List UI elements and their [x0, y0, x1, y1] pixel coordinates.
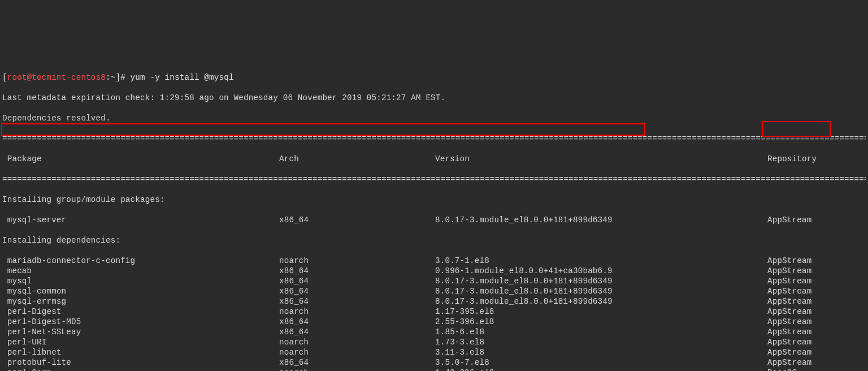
cell-repository: AppStream: [767, 266, 811, 276]
cell-package: perl-Digest: [2, 307, 279, 317]
col-header-package: Package: [2, 154, 279, 164]
cell-repository: AppStream: [767, 327, 811, 337]
cell-arch: noarch: [279, 347, 435, 357]
section-header: Installing dependencies:: [2, 235, 866, 245]
cell-repository: AppStream: [767, 317, 811, 327]
output-line: Last metadata expiration check: 1:29:58 …: [2, 93, 866, 103]
cell-arch: noarch: [279, 368, 435, 371]
table-row: perl-Net-SSLeayx86_641.85-6.el8AppStream: [2, 327, 866, 337]
table-row: mecabx86_640.996-1.module_el8.0.0+41+ca3…: [2, 266, 866, 276]
cell-repository: AppStream: [767, 357, 811, 368]
cell-arch: x86_64: [279, 215, 435, 225]
cell-arch: x86_64: [279, 327, 435, 337]
prompt-user: root: [7, 73, 27, 82]
prompt-path: :~: [106, 73, 115, 82]
col-header-arch: Arch: [279, 154, 435, 164]
cell-package: mysql: [2, 276, 279, 286]
col-header-version: Version: [435, 154, 767, 164]
table-row: perl-Digest-MD5x86_642.55-396.el8AppStre…: [2, 317, 866, 327]
cell-arch: noarch: [279, 337, 435, 347]
cell-repository: BaseOS: [767, 368, 797, 371]
cell-arch: x86_64: [279, 266, 435, 276]
cell-package: protobuf-lite: [2, 357, 279, 368]
prompt-at: @: [27, 73, 32, 82]
table-row: perl-Digestnoarch1.17-395.el8AppStream: [2, 307, 866, 317]
cell-version: 8.0.17-3.module_el8.0.0+181+899d6349: [435, 215, 767, 225]
table-row: mysql-serverx86_648.0.17-3.module_el8.0.…: [2, 215, 866, 225]
table-row: mysqlx86_648.0.17-3.module_el8.0.0+181+8…: [2, 276, 866, 286]
prompt-end: ]#: [115, 73, 125, 82]
cell-arch: x86_64: [279, 276, 435, 286]
cell-package: mecab: [2, 266, 279, 276]
cell-arch: noarch: [279, 256, 435, 266]
cell-arch: x86_64: [279, 296, 435, 307]
prompt-host: tecmint-centos8: [32, 73, 106, 82]
cell-version: 1.42-396.el8: [435, 368, 767, 371]
table-row: mariadb-connector-c-confignoarch3.0.7-1.…: [2, 256, 866, 266]
table-header-row: PackageArchVersionRepository: [2, 154, 866, 164]
cell-package: mysql-server: [2, 215, 279, 225]
prompt-line[interactable]: [root@tecmint-centos8:~]# yum -y install…: [2, 72, 866, 83]
cell-version: 0.996-1.module_el8.0.0+41+ca30bab6.9: [435, 266, 767, 276]
cell-version: 1.73-3.el8: [435, 337, 767, 347]
cell-arch: noarch: [279, 307, 435, 317]
cell-repository: AppStream: [767, 286, 811, 296]
cell-version: 1.85-6.el8: [435, 327, 767, 337]
cell-version: 8.0.17-3.module_el8.0.0+181+899d6349: [435, 286, 767, 296]
cell-package: mysql-errmsg: [2, 296, 279, 307]
separator-line: ========================================…: [2, 174, 866, 184]
col-header-repository: Repository: [767, 154, 817, 164]
cell-package: mariadb-connector-c-config: [2, 256, 279, 266]
cell-version: 3.0.7-1.el8: [435, 256, 767, 266]
dependency-list: mariadb-connector-c-confignoarch3.0.7-1.…: [2, 256, 866, 371]
cell-arch: x86_64: [279, 317, 435, 327]
table-row: protobuf-litex86_643.5.0-7.el8AppStream: [2, 357, 866, 368]
cell-package: perl-Digest-MD5: [2, 317, 279, 327]
cell-version: 8.0.17-3.module_el8.0.0+181+899d6349: [435, 296, 767, 307]
cell-package: perl-Net-SSLeay: [2, 327, 279, 337]
cell-version: 2.55-396.el8: [435, 317, 767, 327]
table-row: perl-libnetnoarch3.11-3.el8AppStream: [2, 347, 866, 357]
table-row: mysql-errmsgx86_648.0.17-3.module_el8.0.…: [2, 296, 866, 307]
table-row: mysql-commonx86_648.0.17-3.module_el8.0.…: [2, 286, 866, 296]
section-header: Installing group/module packages:: [2, 195, 866, 205]
cell-repository: AppStream: [767, 296, 811, 307]
terminal-output[interactable]: [root@tecmint-centos8:~]# yum -y install…: [0, 51, 868, 371]
cell-version: 3.5.0-7.el8: [435, 357, 767, 368]
cell-arch: x86_64: [279, 286, 435, 296]
cell-package: perl-libnet: [2, 347, 279, 357]
cell-package: mysql-common: [2, 286, 279, 296]
cell-version: 3.11-3.el8: [435, 347, 767, 357]
table-row: perl-Carpnoarch1.42-396.el8BaseOS: [2, 368, 866, 371]
separator-line: ========================================…: [2, 133, 866, 144]
cell-repository: AppStream: [767, 347, 811, 357]
cell-repository: AppStream: [767, 307, 811, 317]
command-text: yum -y install @mysql: [125, 73, 234, 82]
cell-version: 8.0.17-3.module_el8.0.0+181+899d6349: [435, 276, 767, 286]
output-line: Dependencies resolved.: [2, 113, 866, 123]
prompt-open-bracket: [: [2, 73, 7, 82]
cell-repository: AppStream: [767, 337, 811, 347]
cell-arch: x86_64: [279, 357, 435, 368]
table-row: perl-URInoarch1.73-3.el8AppStream: [2, 337, 866, 347]
cell-version: 1.17-395.el8: [435, 307, 767, 317]
cell-repository: AppStream: [767, 256, 811, 266]
cell-repository: AppStream: [767, 276, 811, 286]
cell-package: perl-URI: [2, 337, 279, 347]
cell-repository: AppStream: [767, 215, 811, 225]
cell-package: perl-Carp: [2, 368, 279, 371]
